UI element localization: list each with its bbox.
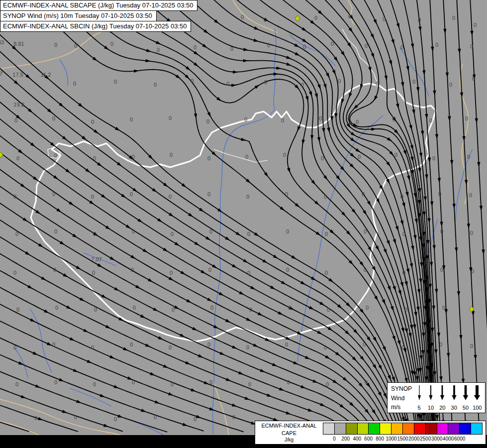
- streamline: [0, 218, 374, 430]
- streamline: [28, 0, 416, 429]
- wind-arrow-icon: [462, 384, 470, 402]
- cape-legend-model: ECMWF-INDEX-ANAL: [255, 423, 323, 429]
- wind-speed-entry: 20: [437, 384, 448, 412]
- map-svg: [0, 0, 487, 448]
- weather-map: 438.81717.511.219.27.0700000000000000000…: [0, 0, 487, 448]
- streamline: [188, 0, 426, 430]
- streamline: [211, 0, 427, 431]
- cape-color-cell: [380, 423, 391, 434]
- wind-arrow-icon: [450, 384, 458, 402]
- streamline: [457, 0, 479, 429]
- cape-tick-label: 200: [342, 436, 350, 442]
- streamline: [0, 353, 204, 431]
- wind-speed-scale: 510203050100: [413, 383, 485, 413]
- river: [456, 149, 473, 221]
- cape-tick-label: 1000: [386, 436, 396, 442]
- streamline: [0, 370, 167, 432]
- streamlines: [0, 0, 487, 432]
- wind-speed-entry: 50: [460, 384, 471, 412]
- cape-legend-titles: ECMWF-INDEX-ANAL CAPE J/kg: [255, 421, 323, 444]
- wind-legend-network: SYNOP: [391, 385, 413, 392]
- wind-speed-label: 50: [463, 405, 469, 412]
- streamline: [470, 0, 487, 429]
- cape-color-cell: [335, 423, 346, 434]
- title-block: ECMWF-INDEX-ANAL SBCAPE (J/kg) Tuesday 0…: [0, 0, 197, 32]
- wind-arrow-icon: [473, 384, 481, 402]
- streamline: [165, 0, 424, 430]
- cape-tick-label: 3000: [431, 436, 442, 442]
- wind-arrow-icon: [415, 384, 423, 402]
- cape-color-cell: [414, 423, 426, 434]
- cape-color-cell: [323, 423, 335, 434]
- cape-tick-label: 400: [353, 436, 361, 442]
- title-sbcin: ECMWF-INDEX-ANAL SBCIN (J/kg) Tuesday 07…: [0, 21, 191, 32]
- wind-speed-label: 30: [451, 405, 457, 412]
- river: [213, 29, 276, 434]
- cape-legend-units: J/kg: [255, 437, 323, 443]
- streamline: [51, 0, 417, 431]
- wind-speed-label: 100: [473, 405, 482, 412]
- cape-color-cell: [471, 423, 482, 434]
- wind-arrow-icon: [438, 384, 446, 402]
- cape-color-cell: [346, 423, 358, 434]
- cape-color-cell: [403, 423, 414, 434]
- streamline: [0, 303, 311, 432]
- wind-speed-label: 5: [418, 405, 421, 412]
- wind-legend-titles: SYNOP Wind m/s: [388, 383, 413, 413]
- cape-color-cell: [358, 423, 369, 434]
- streamline: [0, 201, 381, 432]
- cape-tick-label: 800: [376, 436, 384, 442]
- streamline: [0, 252, 358, 430]
- river: [60, 60, 68, 86]
- streamline: [257, 0, 429, 430]
- streamline: [0, 83, 404, 429]
- cape-legend-parameter: CAPE: [255, 430, 323, 436]
- cape-tick-label: 0: [333, 436, 336, 442]
- wind-speed-entry: 30: [448, 384, 460, 412]
- cape-color-cell: [437, 423, 449, 434]
- wind-speed-entry: 10: [425, 384, 436, 412]
- cape-tick-label: 6000: [454, 436, 465, 442]
- thin-border: [342, 29, 377, 83]
- cape-color-cell: [369, 423, 380, 434]
- river: [124, 418, 165, 436]
- station-marker: [0, 152, 3, 158]
- wind-speed-label: 10: [428, 405, 434, 412]
- wind-speed-label: 20: [439, 405, 445, 412]
- cape-legend: ECMWF-INDEX-ANAL CAPE J/kg 0200400600800…: [255, 421, 486, 445]
- cape-tick-label: 1500: [397, 436, 408, 442]
- wind-speed-entry: 100: [472, 384, 483, 412]
- streamline: [0, 269, 349, 431]
- cape-color-cell: [448, 423, 460, 434]
- cape-tick-label: 600: [364, 436, 373, 442]
- title-sbcape: ECMWF-INDEX-ANAL SBCAPE (J/kg) Tuesday 0…: [0, 0, 197, 11]
- cape-colorbar-area: 0200400600800100015002000250030004000600…: [323, 421, 486, 444]
- title-wind: SYNOP Wind (m/s) 10m Tuesday 07-10-2025 …: [0, 10, 157, 21]
- wind-speed-entry: 5: [413, 384, 425, 412]
- wind-arrow-icon: [427, 384, 435, 402]
- cape-color-cell: [426, 423, 437, 434]
- cape-colorbar: [323, 423, 483, 435]
- cape-color-cell: [391, 423, 403, 434]
- wind-legend-quantity: Wind: [391, 395, 413, 402]
- cape-tick-label: 2000: [408, 436, 419, 442]
- cape-tick-label: 2500: [420, 436, 431, 442]
- cape-tick-labels: 0200400600800100015002000250030004000600…: [323, 435, 483, 443]
- streamline: [97, 0, 421, 432]
- wind-legend: SYNOP Wind m/s 510203050100: [387, 382, 486, 413]
- cape-tick-label: 4000: [443, 436, 454, 442]
- cape-color-cell: [460, 423, 471, 434]
- wind-legend-units: m/s: [391, 404, 413, 411]
- station-marker: [295, 15, 300, 21]
